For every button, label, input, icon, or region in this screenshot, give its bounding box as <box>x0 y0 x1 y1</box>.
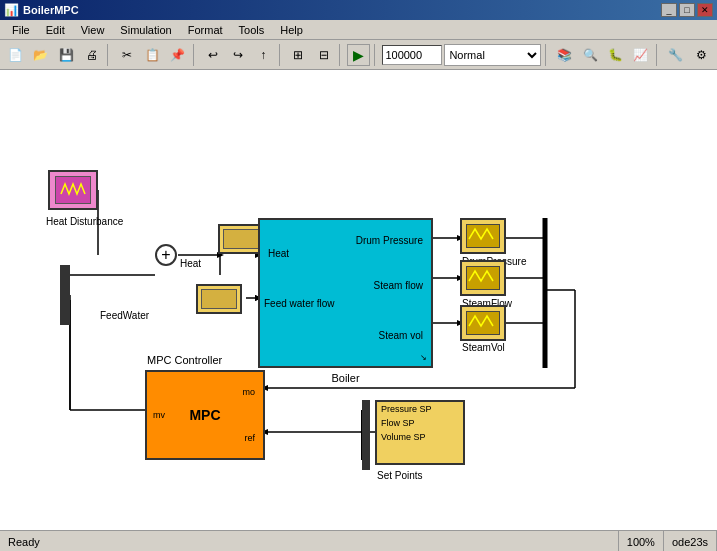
menubar: File Edit View Simulation Format Tools H… <box>0 20 717 40</box>
titlebar-left: 📊 BoilerMPC <box>4 3 79 17</box>
scope-wave3-icon <box>467 312 497 330</box>
cut-button[interactable]: ✂ <box>115 44 138 66</box>
debug-button[interactable]: 🐛 <box>604 44 627 66</box>
sum-symbol: + <box>161 246 170 264</box>
sim-time-input[interactable] <box>382 45 442 65</box>
extra2-button[interactable]: ⚙ <box>690 44 713 66</box>
signal-button[interactable]: 📈 <box>629 44 652 66</box>
boiler-steamvol-label: Steam vol <box>379 330 423 341</box>
scope-wave-icon <box>467 225 497 243</box>
boiler-block[interactable]: Heat Feed water flow Drum Pressure Steam… <box>258 218 433 368</box>
sep7 <box>656 44 660 66</box>
heat-disturbance-label: Heat Disturbance <box>46 216 123 227</box>
menu-help[interactable]: Help <box>272 22 311 38</box>
sep1 <box>107 44 111 66</box>
menu-file[interactable]: File <box>4 22 38 38</box>
sep5 <box>374 44 378 66</box>
menu-view[interactable]: View <box>73 22 113 38</box>
menu-edit[interactable]: Edit <box>38 22 73 38</box>
window-title: BoilerMPC <box>23 4 79 16</box>
zoom-2-button[interactable]: ⊟ <box>312 44 335 66</box>
sep2 <box>193 44 197 66</box>
heat-disturbance-inner <box>55 176 91 204</box>
scope-drum-inner <box>466 224 500 248</box>
setpoints-title: Set Points <box>377 470 423 481</box>
bus-block-left <box>60 265 70 325</box>
titlebar: 📊 BoilerMPC _ □ ✕ <box>0 0 717 20</box>
sp-flow-label: Flow SP <box>377 416 463 430</box>
signal-block-fw[interactable] <box>196 284 242 314</box>
mux-block <box>362 400 370 470</box>
close-button[interactable]: ✕ <box>697 3 713 17</box>
menu-format[interactable]: Format <box>180 22 231 38</box>
maximize-button[interactable]: □ <box>679 3 695 17</box>
status-zoom: 100% <box>619 531 664 551</box>
scope-steam-vol-inner <box>466 311 500 335</box>
play-button[interactable]: ▶ <box>347 44 370 66</box>
sp-volume-label: Volume SP <box>377 430 463 444</box>
boiler-title: Boiler <box>331 372 359 384</box>
titlebar-controls: _ □ ✕ <box>661 3 713 17</box>
lib-browser-button[interactable]: 📚 <box>553 44 576 66</box>
signal-inner-fw <box>201 289 237 309</box>
mpc-mo-label: mo <box>242 387 255 397</box>
sep6 <box>545 44 549 66</box>
new-button[interactable]: 📄 <box>4 44 27 66</box>
save-button[interactable]: 💾 <box>55 44 78 66</box>
up-button[interactable]: ↑ <box>251 44 274 66</box>
mpc-mv-label: mv <box>153 410 165 420</box>
toolbar: 📄 📂 💾 🖨 ✂ 📋 📌 ↩ ↪ ↑ ⊞ ⊟ ▶ Normal Acceler… <box>0 40 717 70</box>
extra1-button[interactable]: 🔧 <box>664 44 687 66</box>
steam-vol-label: SteamVol <box>462 342 505 353</box>
sep4 <box>339 44 343 66</box>
print-button[interactable]: 🖨 <box>80 44 103 66</box>
boiler-drum-label: Drum Pressure <box>356 235 423 246</box>
scope-steam-vol[interactable] <box>460 305 506 341</box>
redo-button[interactable]: ↪ <box>226 44 249 66</box>
scope-wave2-icon <box>467 267 497 285</box>
minimize-button[interactable]: _ <box>661 3 677 17</box>
sp-pressure-label: Pressure SP <box>377 402 463 416</box>
status-ready: Ready <box>0 531 619 551</box>
statusbar: Ready 100% ode23s <box>0 530 717 551</box>
sep3 <box>279 44 283 66</box>
feedwater-conn-label: FeedWater <box>100 310 149 321</box>
mpc-controller-block[interactable]: MPC Controller MPC mo mv ref <box>145 370 265 460</box>
model-explorer-button[interactable]: 🔍 <box>578 44 601 66</box>
scope-steam-flow[interactable] <box>460 260 506 296</box>
paste-button[interactable]: 📌 <box>166 44 189 66</box>
open-button[interactable]: 📂 <box>29 44 52 66</box>
heat-conn-label: Heat <box>180 258 201 269</box>
scope-drum-pressure[interactable] <box>460 218 506 254</box>
scope-steam-inner <box>466 266 500 290</box>
app-icon: 📊 <box>4 3 19 17</box>
status-solver: ode23s <box>664 531 717 551</box>
boiler-heat-label: Heat <box>268 248 289 259</box>
heat-disturbance-block[interactable]: Heat Disturbance <box>48 170 98 210</box>
menu-tools[interactable]: Tools <box>231 22 273 38</box>
sim-mode-select[interactable]: Normal Accelerator <box>444 44 541 66</box>
heat-wave-icon <box>59 180 87 200</box>
mpc-ref-label: ref <box>244 433 255 443</box>
menu-simulation[interactable]: Simulation <box>112 22 179 38</box>
mpc-label: MPC <box>189 407 220 423</box>
copy-button[interactable]: 📋 <box>140 44 163 66</box>
undo-button[interactable]: ↩ <box>201 44 224 66</box>
boiler-arrow-icon: ↘ <box>420 353 427 362</box>
signal-inner-heat <box>223 229 259 249</box>
zoom-fit-button[interactable]: ⊞ <box>287 44 310 66</box>
setpoints-block[interactable]: Pressure SP Flow SP Volume SP Set Points <box>375 400 465 465</box>
mpc-title: MPC Controller <box>147 354 222 366</box>
boiler-steam-label: Steam flow <box>374 280 423 291</box>
sum-block[interactable]: + <box>155 244 177 266</box>
canvas-area[interactable]: Heat Disturbance + Heat FeedWater Heat F… <box>0 70 717 530</box>
boiler-fw-label: Feed water flow <box>264 298 335 309</box>
